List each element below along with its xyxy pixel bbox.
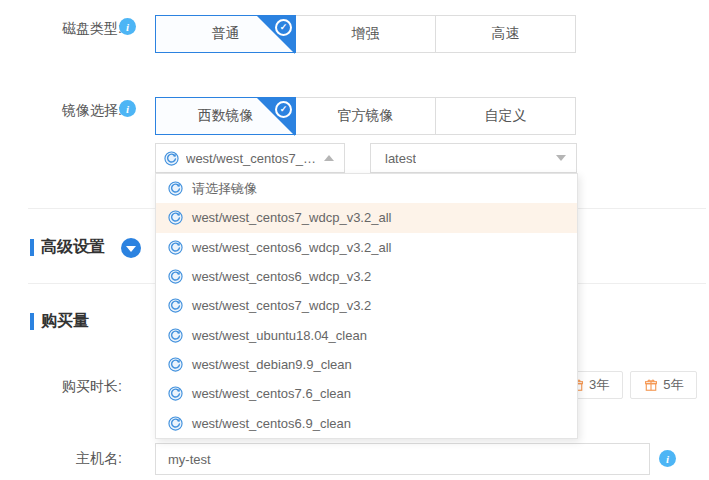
gift-icon [644,378,658,392]
image-disc-icon [168,298,183,313]
image-option[interactable]: west/west_centos7_wdcp_v3.2_all [156,203,577,232]
tab-label: 普通 [212,25,240,43]
hostname-info-icon[interactable]: i [659,450,676,467]
tab-option[interactable]: 增强 ✓ [295,15,436,53]
image-option-label: west/west_centos7_wdcp_v3.2_all [192,210,391,225]
tab-option[interactable]: 普通 ✓ [155,15,296,53]
image-option-label: west/west_centos7.6_clean [192,386,351,401]
version-select[interactable]: latest [370,143,577,173]
tab-label: 自定义 [485,107,527,125]
tab-label: 官方镜像 [338,107,394,125]
image-option[interactable]: west/west_centos7.6_clean [156,379,577,408]
image-disc-icon [168,416,183,431]
section-accent-bar [30,239,34,256]
disk-type-label: 磁盘类型: [0,20,122,38]
image-dropdown-list: 请选择镜像 west/west_centos7_wdcp_v3.2_all we… [155,173,578,439]
version-select-value: latest [385,151,416,166]
duration-label: 购买时长: [0,378,122,396]
image-source-info-icon[interactable]: i [119,100,136,117]
chevron-down-icon [556,155,566,161]
image-option[interactable]: west/west_debian9.9_clean [156,350,577,379]
tab-option[interactable]: 官方镜像 ✓ [295,97,436,135]
duration-option-label: 5年 [663,376,683,394]
disk-type-info-icon[interactable]: i [119,18,136,35]
hostname-label: 主机名: [0,450,122,468]
tab-option[interactable]: 自定义 ✓ [435,97,576,135]
chevron-up-icon [324,155,334,161]
section-accent-bar [30,313,34,330]
advanced-settings-title: 高级设置 [41,237,105,258]
image-disc-icon [164,151,179,166]
disk-type-tab-group: 普通 ✓ 增强 ✓ 高速 ✓ [155,15,576,53]
image-option-label: west/west_centos6_wdcp_v3.2 [192,269,371,284]
image-option-label: west/west_centos7_wdcp_v3.2 [192,298,371,313]
image-source-tab-group: 西数镜像 ✓ 官方镜像 ✓ 自定义 ✓ [155,97,576,135]
advanced-settings-toggle[interactable] [121,238,141,258]
image-disc-icon [168,181,183,196]
image-option[interactable]: west/west_centos6_wdcp_v3.2 [156,262,577,291]
image-option-label: 请选择镜像 [192,180,257,198]
tab-option[interactable]: 高速 ✓ [435,15,576,53]
duration-option-button[interactable]: 5年 [630,371,697,399]
server-purchase-form: 磁盘类型: i 普通 ✓ 增强 ✓ 高速 ✓ 镜像选择: i 西数镜像 ✓ 官方… [0,0,709,480]
image-disc-icon [168,269,183,284]
tab-option[interactable]: 西数镜像 ✓ [155,97,296,135]
chevron-down-icon [126,246,136,252]
image-disc-icon [168,328,183,343]
image-option-label: west/west_debian9.9_clean [192,357,352,372]
check-icon: ✓ [275,19,292,36]
image-option-label: west/west_centos6.9_clean [192,416,351,431]
hostname-input[interactable] [155,443,650,475]
image-option-label: west/west_ubuntu18.04_clean [192,328,367,343]
image-select[interactable]: west/west_centos7_wdcp... [155,143,345,173]
check-icon: ✓ [275,101,292,118]
image-disc-icon [168,386,183,401]
duration-option-label: 3年 [589,376,609,394]
purchase-quantity-title: 购买量 [41,311,89,332]
image-option[interactable]: 请选择镜像 [156,174,577,203]
image-option[interactable]: west/west_centos6_wdcp_v3.2_all [156,233,577,262]
image-disc-icon [168,210,183,225]
tab-label: 增强 [352,25,380,43]
image-source-label: 镜像选择: [0,102,122,120]
image-select-value: west/west_centos7_wdcp... [186,151,318,166]
tab-label: 西数镜像 [198,107,254,125]
tab-label: 高速 [492,25,520,43]
image-option[interactable]: west/west_centos7_wdcp_v3.2 [156,291,577,320]
image-option-label: west/west_centos6_wdcp_v3.2_all [192,240,391,255]
image-disc-icon [168,357,183,372]
image-disc-icon [168,240,183,255]
image-option[interactable]: west/west_centos6.9_clean [156,408,577,437]
image-option[interactable]: west/west_ubuntu18.04_clean [156,320,577,349]
